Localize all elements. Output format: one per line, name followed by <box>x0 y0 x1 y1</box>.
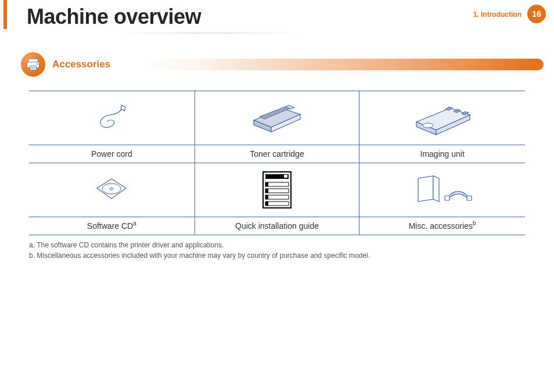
toner-cartridge-image <box>195 91 360 145</box>
misc-accessories-sup: b <box>473 220 476 226</box>
title-shadow <box>111 31 309 35</box>
power-cord-label: Power cord <box>29 145 195 163</box>
software-cd-text: Software CD <box>87 221 133 231</box>
svg-rect-21 <box>467 196 472 200</box>
svg-rect-15 <box>265 189 268 193</box>
page-header: Machine overview 1. Introduction 16 <box>3 0 554 29</box>
page-number-badge: 16 <box>527 5 546 23</box>
imaging-unit-label: Imaging unit <box>359 145 525 163</box>
toner-cartridge-label: Toner cartridge <box>195 145 360 163</box>
svg-rect-20 <box>445 196 449 200</box>
software-cd-image <box>29 163 195 217</box>
misc-accessories-image <box>359 163 525 217</box>
imaging-unit-image <box>359 91 525 145</box>
footnote-b: b. Miscellaneous accessories included wi… <box>29 250 525 261</box>
power-cord-image <box>29 91 195 145</box>
software-cd-sup: a <box>133 220 136 226</box>
svg-rect-19 <box>265 202 268 206</box>
printer-icon <box>21 52 45 77</box>
chapter-label: 1. Introduction <box>473 10 521 19</box>
cd-icon <box>91 175 132 204</box>
svg-rect-13 <box>265 182 268 186</box>
svg-rect-17 <box>265 195 268 199</box>
section-row: Accessories <box>21 52 554 77</box>
quick-guide-image <box>195 163 360 217</box>
power-cord-icon <box>88 100 135 135</box>
imaging-unit-icon <box>405 99 480 137</box>
section-gradient-bar <box>50 59 544 70</box>
accessories-table: Power cord Toner cartridge Imaging unit <box>29 91 525 235</box>
section-heading: Accessories <box>52 59 110 70</box>
svg-rect-11 <box>284 175 287 178</box>
toner-cartridge-icon <box>242 99 312 136</box>
footnote-a: a. The software CD contains the printer … <box>29 240 525 250</box>
quick-guide-label: Quick installation guide <box>195 217 360 235</box>
booklet-and-cable-icon <box>408 172 477 207</box>
svg-rect-2 <box>30 66 36 70</box>
svg-point-5 <box>37 63 38 64</box>
misc-accessories-text: Misc. accessories <box>409 221 473 231</box>
svg-point-6 <box>423 123 433 128</box>
misc-accessories-label: Misc. accessoriesb <box>359 217 525 235</box>
document-icon <box>261 170 293 210</box>
software-cd-label: Software CDa <box>29 217 195 235</box>
footnotes: a. The software CD contains the printer … <box>29 240 525 261</box>
